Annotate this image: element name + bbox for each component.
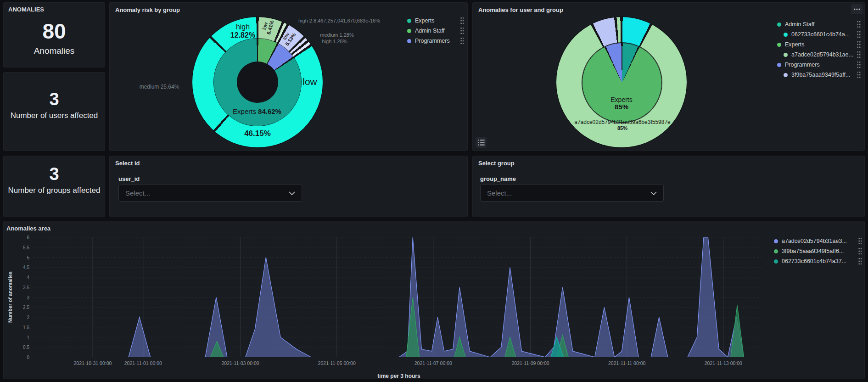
anomalies-area-panel: Anomalies area Number of anomalies time … — [3, 221, 865, 379]
legend-color-dot — [407, 29, 411, 33]
y-tick-label: 4 — [4, 275, 29, 280]
legend-list-toggle-button[interactable] — [476, 137, 487, 148]
panel-title: Anomalies for user and group — [478, 6, 563, 13]
select-placeholder: Select... — [125, 189, 289, 197]
legend-item[interactable]: Admin Staff — [407, 26, 464, 36]
legend-menu-icon[interactable] — [857, 41, 861, 48]
legend-color-dot — [777, 63, 781, 67]
risk-by-group-panel: Anomaly risk by group high 12.82% low 6.… — [109, 2, 468, 151]
x-tick-label: 2021-10-31 00:00 — [73, 360, 112, 366]
dashboard: ANOMALIES 80 Anomalies 3 Number of users… — [0, 0, 868, 382]
y-tick-label: 0.5 — [4, 345, 29, 350]
legend-item[interactable]: 062733c6601c4b74a... — [777, 29, 861, 39]
risk-legend: ExpertsAdmin StaffProgrammers — [407, 16, 464, 46]
legend-item[interactable]: Admin Staff — [777, 19, 861, 29]
y-tick-label: 2.5 — [4, 305, 29, 310]
area-chart[interactable] — [34, 237, 764, 357]
legend-item[interactable]: Programmers — [777, 60, 861, 70]
legend-menu-icon[interactable] — [858, 248, 862, 254]
select-placeholder: Select... — [487, 189, 650, 197]
legend-menu-icon[interactable] — [858, 238, 862, 244]
select-id-panel: Select id user_id Select... — [109, 156, 468, 217]
y-tick-label: 1.5 — [4, 325, 29, 330]
y-tick-label: 2 — [4, 315, 29, 320]
y-tick-label: 3.5 — [4, 285, 29, 290]
slice-label-tiny-high2: high 1.28% — [322, 39, 347, 44]
user-id-select[interactable]: Select... — [118, 185, 302, 202]
legend-item[interactable]: 3f9ba75aaa9349f5aff6... — [774, 246, 862, 256]
stat-value: 3 — [49, 165, 59, 183]
slice-label-high: high 12.82% — [222, 23, 263, 39]
user-group-legend: Admin Staff062733c6601c4b74a...Expertsa7… — [777, 19, 861, 80]
stat-panel-users-affected: 3 Number of users affected — [3, 72, 105, 151]
user-id-field-label: user_id — [118, 175, 140, 182]
legend-item[interactable]: 062733c6601c4b74a37... — [774, 256, 862, 266]
y-tick-label: 3 — [4, 295, 29, 300]
stat-value: 80 — [42, 21, 66, 42]
y-tick-label: 4.5 — [4, 265, 29, 270]
list-icon — [478, 140, 485, 146]
panel-title: Anomalies area — [6, 225, 50, 232]
stat-panel-anomalies: ANOMALIES 80 Anomalies — [3, 2, 105, 67]
legend-item[interactable]: 3f9ba75aaa9349f5aff... — [777, 70, 861, 80]
stat-label: Number of groups affected — [8, 186, 101, 195]
legend-menu-icon[interactable] — [857, 51, 861, 58]
legend-item-label: 062733c6601c4b74a... — [791, 31, 854, 38]
panel-menu-button[interactable] — [851, 4, 863, 14]
legend-item[interactable]: a7adce02d5794b31ae... — [777, 50, 861, 60]
slice-label-4615: 46.15% — [244, 129, 271, 138]
y-tick-label: 1 — [4, 335, 29, 340]
x-tick-label: 2021-11-03 00:00 — [221, 360, 259, 366]
slice-label-low-experts: low — [302, 76, 317, 87]
ellipsis-icon — [854, 8, 860, 10]
legend-item-label: 3f9ba75aaa9349f5aff... — [791, 72, 854, 78]
select-group-panel: Select group group_name Select... — [472, 156, 865, 217]
chevron-down-icon — [650, 191, 657, 195]
legend-color-dot — [407, 19, 411, 23]
slice-label-experts: Experts 84.62% — [233, 108, 281, 116]
legend-menu-icon[interactable] — [460, 17, 464, 24]
pie-center-label: Experts 85% — [610, 96, 632, 111]
chevron-down-icon — [289, 191, 295, 195]
legend-menu-icon[interactable] — [460, 28, 464, 34]
legend-item[interactable]: Experts — [407, 16, 464, 26]
legend-item[interactable]: Programmers — [407, 36, 464, 46]
x-tick-label: 2021-11-07 00:00 — [414, 360, 452, 366]
panel-title: Select group — [478, 160, 515, 167]
legend-menu-icon[interactable] — [460, 38, 464, 44]
x-tick-label: 2021-11-05 00:00 — [318, 360, 356, 366]
legend-menu-icon[interactable] — [857, 31, 861, 38]
pie-outer-label: a7adce02d5794b31ae39a6be3f55987e 85% — [574, 119, 671, 131]
stat-label: Number of users affected — [11, 111, 98, 120]
donut-chart-hole — [237, 62, 278, 103]
legend-item[interactable]: Experts — [777, 39, 861, 50]
area-legend: a7adce02d5794b31ae3...3f9ba75aaa9349f5af… — [774, 236, 862, 266]
legend-color-dot — [774, 249, 778, 253]
legend-color-dot — [784, 73, 788, 77]
group-name-field-label: group_name — [480, 175, 516, 182]
stat-label: Anomalies — [34, 46, 75, 56]
slice-label-tiny-high: high 2.8,467,257,041,670,683e-16% — [298, 18, 380, 23]
x-tick-label: 2021-11-01 00:00 — [124, 360, 162, 366]
legend-menu-icon[interactable] — [858, 258, 862, 264]
legend-color-dot — [774, 259, 778, 264]
legend-menu-icon[interactable] — [857, 21, 861, 28]
stat-value: 3 — [49, 90, 59, 108]
group-name-select[interactable]: Select... — [480, 185, 664, 202]
y-tick-label: 5 — [4, 255, 29, 260]
x-tick-label: 2021-11-09 00:00 — [511, 360, 549, 366]
x-tick-label: 2021-11-11 00:00 — [608, 360, 645, 366]
legend-menu-icon[interactable] — [857, 62, 861, 68]
legend-item-label: Programmers — [785, 62, 854, 68]
legend-item-label: a7adce02d5794b31ae... — [791, 51, 854, 58]
legend-item[interactable]: a7adce02d5794b31ae3... — [774, 236, 862, 246]
panel-title: Anomaly risk by group — [115, 6, 180, 13]
area-chart-svg — [34, 237, 764, 357]
legend-color-dot — [774, 239, 778, 243]
stat-panel-groups-affected: 3 Number of groups affected — [3, 156, 105, 217]
legend-item-label: a7adce02d5794b31ae3... — [782, 238, 856, 244]
slice-label-medium: medium 25.64% — [140, 84, 179, 90]
y-tick-label: 0 — [4, 355, 29, 360]
legend-menu-icon[interactable] — [857, 72, 861, 78]
legend-color-dot — [777, 43, 781, 47]
